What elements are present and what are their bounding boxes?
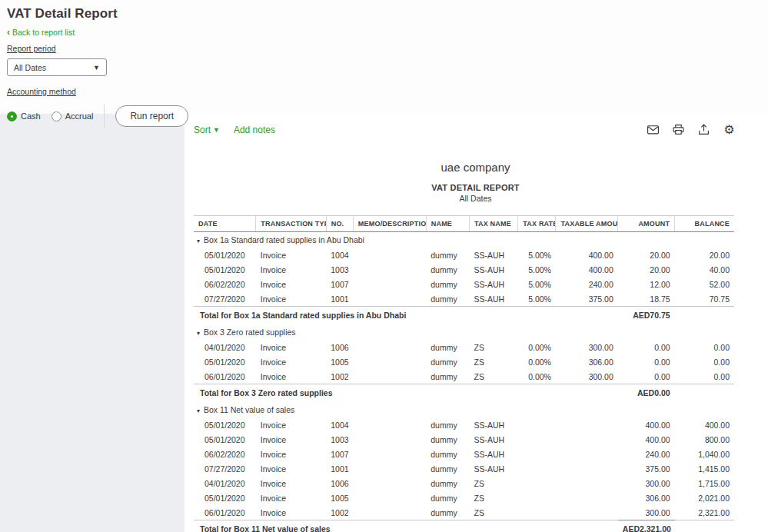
- vertical-divider: [104, 105, 105, 128]
- cell: 20.00: [618, 248, 675, 262]
- run-report-button[interactable]: Run report: [115, 105, 188, 127]
- add-notes-label: Add notes: [234, 125, 275, 135]
- company-name: uae company: [194, 161, 757, 174]
- section-total-balance: [675, 384, 734, 403]
- section-header[interactable]: ▾ Box 11 Net value of sales: [194, 402, 734, 417]
- cell: 0.00%: [518, 369, 556, 384]
- cell: [353, 505, 426, 520]
- collapse-triangle-icon[interactable]: ▾: [197, 330, 200, 337]
- cell: [353, 476, 426, 490]
- cell: [556, 476, 618, 490]
- email-icon[interactable]: [647, 123, 660, 136]
- radio-accrual[interactable]: Accrual: [52, 111, 94, 121]
- accounting-method-label[interactable]: Accounting method: [7, 87, 76, 96]
- cell: Invoice: [256, 291, 326, 307]
- content-area: Sort ▼ Add notes: [0, 114, 768, 532]
- cell: dummy: [426, 505, 469, 520]
- cell: 1005: [326, 354, 353, 369]
- cell: Invoice: [256, 340, 326, 354]
- cell: ZS: [469, 340, 517, 354]
- column-header: NO.: [326, 216, 353, 232]
- cell: 07/27/2020: [194, 291, 256, 307]
- cell: 07/27/2020: [194, 461, 256, 476]
- cell: SS-AUH: [469, 432, 517, 447]
- print-icon[interactable]: [672, 123, 685, 136]
- sort-label: Sort: [194, 125, 211, 135]
- report-period-label[interactable]: Report period: [7, 44, 56, 53]
- radio-accrual-circle[interactable]: [52, 111, 62, 121]
- report-card: Sort ▼ Add notes: [185, 114, 768, 532]
- report-toolbar: Sort ▼ Add notes: [194, 123, 757, 136]
- report-table-body: ▾ Box 1a Standard rated supplies in Abu …: [194, 232, 734, 532]
- table-row: 05/01/2020Invoice1004dummySS-AUH5.00%400…: [194, 248, 734, 262]
- table-row: 06/01/2020Invoice1002dummyZS0.00%300.000…: [194, 369, 734, 384]
- cell: 2,021.00: [675, 490, 734, 505]
- page-header: VAT Detail Report ‹ Back to report list …: [0, 0, 768, 114]
- back-to-report-list-link[interactable]: ‹ Back to report list: [7, 28, 75, 37]
- column-header: TAXABLE AMOUNT: [556, 216, 618, 232]
- cell: ZS: [469, 505, 517, 520]
- cell: 800.00: [675, 432, 734, 447]
- cell: 1001: [326, 291, 353, 307]
- add-notes-link[interactable]: Add notes: [234, 125, 275, 135]
- radio-cash[interactable]: Cash: [7, 111, 41, 121]
- cell: [518, 432, 556, 447]
- section-total-label: Total for Box 3 Zero rated supplies: [194, 384, 618, 403]
- settings-icon[interactable]: ⚙: [723, 123, 736, 136]
- cell: 1007: [326, 447, 353, 461]
- column-header: TAX NAME: [469, 216, 517, 232]
- cell: 1006: [326, 340, 353, 354]
- table-row: 05/01/2020Invoice1003dummySS-AUH5.00%400…: [194, 262, 734, 277]
- cell: 5.00%: [518, 291, 556, 307]
- cell: dummy: [426, 369, 469, 384]
- cell: [353, 277, 426, 291]
- cell: Invoice: [256, 505, 326, 520]
- cell: 400.00: [618, 432, 675, 447]
- cell: 5.00%: [518, 248, 556, 262]
- table-row: 06/02/2020Invoice1007dummySS-AUH240.001,…: [194, 447, 734, 461]
- cell: 306.00: [556, 354, 618, 369]
- radio-cash-circle[interactable]: [7, 111, 17, 121]
- cell: [518, 505, 556, 520]
- cell: 18.75: [618, 291, 675, 307]
- radio-cash-label: Cash: [21, 111, 41, 121]
- cell: SS-AUH: [469, 291, 517, 307]
- section-total-row: Total for Box 11 Net value of salesAED2,…: [194, 520, 734, 532]
- section-total-balance: [675, 307, 734, 325]
- cell: 0.00%: [518, 340, 556, 354]
- sort-link[interactable]: Sort ▼: [194, 125, 220, 135]
- report-period-select[interactable]: All Dates ▼: [7, 58, 107, 76]
- cell: 1002: [326, 369, 353, 384]
- section-header[interactable]: ▾ Box 1a Standard rated supplies in Abu …: [194, 232, 734, 248]
- collapse-triangle-icon[interactable]: ▾: [197, 407, 200, 414]
- table-row: 07/27/2020Invoice1001dummySS-AUH375.001,…: [194, 461, 734, 476]
- cell: [518, 490, 556, 505]
- cell: dummy: [426, 340, 469, 354]
- column-header: TRANSACTION TYPE: [256, 216, 326, 232]
- cell: 1,415.00: [675, 461, 734, 476]
- cell: 05/01/2020: [194, 417, 256, 432]
- cell: Invoice: [256, 432, 326, 447]
- cell: 5.00%: [518, 277, 556, 291]
- back-chevron-icon: ‹: [7, 28, 10, 37]
- collapse-triangle-icon[interactable]: ▾: [197, 238, 200, 244]
- cell: 0.00: [618, 354, 675, 369]
- cell: Invoice: [256, 461, 326, 476]
- section-total-label: Total for Box 1a Standard rated supplies…: [194, 307, 618, 325]
- cell: 0.00: [618, 340, 675, 354]
- section-total-label: Total for Box 11 Net value of sales: [194, 520, 618, 532]
- cell: [556, 447, 618, 461]
- cell: 1,715.00: [675, 476, 734, 490]
- table-row: 04/01/2020Invoice1006dummyZS300.001,715.…: [194, 476, 734, 490]
- cell: 300.00: [556, 340, 618, 354]
- cell: [556, 490, 618, 505]
- section-header[interactable]: ▾ Box 3 Zero rated supplies: [194, 324, 734, 340]
- cell: ZS: [469, 369, 517, 384]
- export-icon[interactable]: [697, 123, 710, 136]
- chevron-down-icon: ▼: [93, 64, 100, 71]
- cell: dummy: [426, 461, 469, 476]
- cell: 04/01/2020: [194, 340, 256, 354]
- cell: 240.00: [618, 447, 675, 461]
- cell: [353, 248, 426, 262]
- cell: SS-AUH: [469, 447, 517, 461]
